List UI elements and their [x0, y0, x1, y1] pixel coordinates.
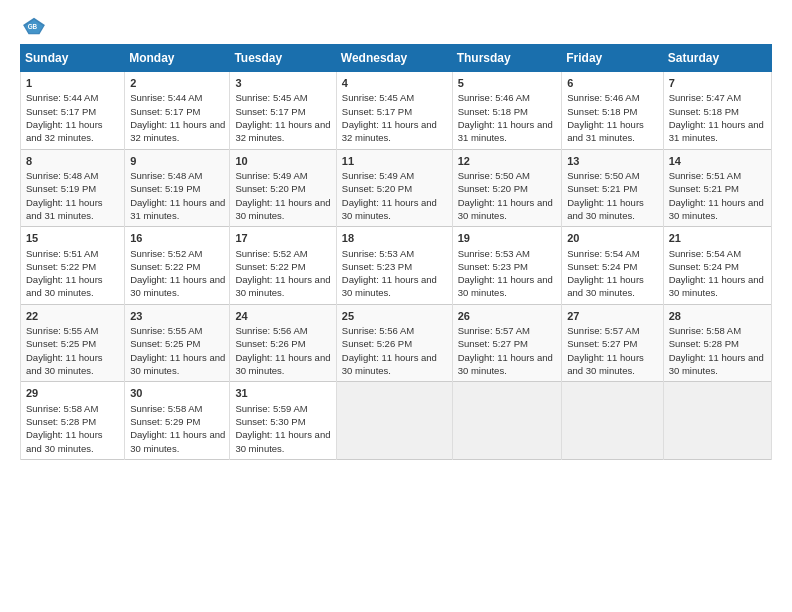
calendar-cell: 3Sunrise: 5:45 AMSunset: 5:17 PMDaylight… — [230, 72, 336, 150]
calendar-cell: 20Sunrise: 5:54 AMSunset: 5:24 PMDayligh… — [562, 227, 663, 305]
day-number: 27 — [567, 309, 658, 324]
calendar-cell: 2Sunrise: 5:44 AMSunset: 5:17 PMDaylight… — [125, 72, 230, 150]
sunset: Sunset: 5:23 PM — [342, 261, 412, 272]
daylight: Daylight: 11 hours and 31 minutes. — [669, 119, 764, 143]
header-cell-wednesday: Wednesday — [336, 45, 452, 72]
daylight: Daylight: 11 hours and 31 minutes. — [458, 119, 553, 143]
daylight: Daylight: 11 hours and 30 minutes. — [342, 352, 437, 376]
calendar-cell: 27Sunrise: 5:57 AMSunset: 5:27 PMDayligh… — [562, 304, 663, 382]
sunset: Sunset: 5:25 PM — [26, 338, 96, 349]
sunrise: Sunrise: 5:49 AM — [235, 170, 307, 181]
sunrise: Sunrise: 5:47 AM — [669, 92, 741, 103]
header-cell-friday: Friday — [562, 45, 663, 72]
daylight: Daylight: 11 hours and 30 minutes. — [130, 352, 225, 376]
day-number: 5 — [458, 76, 558, 91]
sunset: Sunset: 5:17 PM — [26, 106, 96, 117]
sunset: Sunset: 5:23 PM — [458, 261, 528, 272]
calendar-cell: 4Sunrise: 5:45 AMSunset: 5:17 PMDaylight… — [336, 72, 452, 150]
daylight: Daylight: 11 hours and 30 minutes. — [458, 352, 553, 376]
calendar-cell — [663, 382, 771, 460]
sunset: Sunset: 5:22 PM — [26, 261, 96, 272]
sunset: Sunset: 5:28 PM — [26, 416, 96, 427]
calendar-cell: 1Sunrise: 5:44 AMSunset: 5:17 PMDaylight… — [21, 72, 125, 150]
week-row-3: 15Sunrise: 5:51 AMSunset: 5:22 PMDayligh… — [21, 227, 772, 305]
calendar-table: SundayMondayTuesdayWednesdayThursdayFrid… — [20, 44, 772, 460]
daylight: Daylight: 11 hours and 30 minutes. — [235, 429, 330, 453]
sunrise: Sunrise: 5:51 AM — [26, 248, 98, 259]
sunset: Sunset: 5:20 PM — [235, 183, 305, 194]
header-row: SundayMondayTuesdayWednesdayThursdayFrid… — [21, 45, 772, 72]
day-number: 11 — [342, 154, 448, 169]
day-number: 8 — [26, 154, 120, 169]
day-number: 31 — [235, 386, 331, 401]
daylight: Daylight: 11 hours and 30 minutes. — [26, 274, 103, 298]
daylight: Daylight: 11 hours and 32 minutes. — [342, 119, 437, 143]
daylight: Daylight: 11 hours and 30 minutes. — [342, 274, 437, 298]
day-number: 4 — [342, 76, 448, 91]
week-row-4: 22Sunrise: 5:55 AMSunset: 5:25 PMDayligh… — [21, 304, 772, 382]
header-cell-sunday: Sunday — [21, 45, 125, 72]
sunset: Sunset: 5:22 PM — [235, 261, 305, 272]
sunrise: Sunrise: 5:45 AM — [235, 92, 307, 103]
day-number: 21 — [669, 231, 767, 246]
daylight: Daylight: 11 hours and 32 minutes. — [130, 119, 225, 143]
daylight: Daylight: 11 hours and 30 minutes. — [342, 197, 437, 221]
sunset: Sunset: 5:19 PM — [130, 183, 200, 194]
sunrise: Sunrise: 5:44 AM — [26, 92, 98, 103]
sunrise: Sunrise: 5:56 AM — [342, 325, 414, 336]
sunset: Sunset: 5:20 PM — [458, 183, 528, 194]
daylight: Daylight: 11 hours and 31 minutes. — [130, 197, 225, 221]
sunset: Sunset: 5:17 PM — [130, 106, 200, 117]
calendar-cell — [452, 382, 562, 460]
calendar-cell: 24Sunrise: 5:56 AMSunset: 5:26 PMDayligh… — [230, 304, 336, 382]
sunrise: Sunrise: 5:57 AM — [458, 325, 530, 336]
sunrise: Sunrise: 5:50 AM — [567, 170, 639, 181]
calendar-cell: 29Sunrise: 5:58 AMSunset: 5:28 PMDayligh… — [21, 382, 125, 460]
sunset: Sunset: 5:24 PM — [669, 261, 739, 272]
daylight: Daylight: 11 hours and 30 minutes. — [669, 197, 764, 221]
calendar-cell: 8Sunrise: 5:48 AMSunset: 5:19 PMDaylight… — [21, 149, 125, 227]
calendar-cell: 25Sunrise: 5:56 AMSunset: 5:26 PMDayligh… — [336, 304, 452, 382]
sunrise: Sunrise: 5:46 AM — [567, 92, 639, 103]
header-cell-thursday: Thursday — [452, 45, 562, 72]
daylight: Daylight: 11 hours and 30 minutes. — [26, 352, 103, 376]
daylight: Daylight: 11 hours and 30 minutes. — [567, 352, 644, 376]
sunset: Sunset: 5:27 PM — [458, 338, 528, 349]
sunset: Sunset: 5:28 PM — [669, 338, 739, 349]
daylight: Daylight: 11 hours and 31 minutes. — [26, 197, 103, 221]
sunrise: Sunrise: 5:52 AM — [130, 248, 202, 259]
sunrise: Sunrise: 5:58 AM — [26, 403, 98, 414]
sunset: Sunset: 5:29 PM — [130, 416, 200, 427]
sunrise: Sunrise: 5:55 AM — [130, 325, 202, 336]
calendar-cell: 11Sunrise: 5:49 AMSunset: 5:20 PMDayligh… — [336, 149, 452, 227]
calendar-cell: 23Sunrise: 5:55 AMSunset: 5:25 PMDayligh… — [125, 304, 230, 382]
daylight: Daylight: 11 hours and 32 minutes. — [235, 119, 330, 143]
sunrise: Sunrise: 5:54 AM — [669, 248, 741, 259]
svg-text:GB: GB — [28, 23, 38, 30]
day-number: 30 — [130, 386, 225, 401]
calendar-cell: 14Sunrise: 5:51 AMSunset: 5:21 PMDayligh… — [663, 149, 771, 227]
day-number: 20 — [567, 231, 658, 246]
daylight: Daylight: 11 hours and 30 minutes. — [458, 197, 553, 221]
sunrise: Sunrise: 5:59 AM — [235, 403, 307, 414]
calendar-cell: 12Sunrise: 5:50 AMSunset: 5:20 PMDayligh… — [452, 149, 562, 227]
daylight: Daylight: 11 hours and 30 minutes. — [130, 274, 225, 298]
sunrise: Sunrise: 5:50 AM — [458, 170, 530, 181]
sunset: Sunset: 5:24 PM — [567, 261, 637, 272]
day-number: 29 — [26, 386, 120, 401]
day-number: 12 — [458, 154, 558, 169]
daylight: Daylight: 11 hours and 30 minutes. — [235, 274, 330, 298]
calendar-cell: 13Sunrise: 5:50 AMSunset: 5:21 PMDayligh… — [562, 149, 663, 227]
calendar-cell: 16Sunrise: 5:52 AMSunset: 5:22 PMDayligh… — [125, 227, 230, 305]
sunset: Sunset: 5:26 PM — [342, 338, 412, 349]
sunset: Sunset: 5:21 PM — [669, 183, 739, 194]
week-row-2: 8Sunrise: 5:48 AMSunset: 5:19 PMDaylight… — [21, 149, 772, 227]
calendar-cell: 22Sunrise: 5:55 AMSunset: 5:25 PMDayligh… — [21, 304, 125, 382]
header-cell-saturday: Saturday — [663, 45, 771, 72]
day-number: 1 — [26, 76, 120, 91]
day-number: 23 — [130, 309, 225, 324]
day-number: 13 — [567, 154, 658, 169]
day-number: 18 — [342, 231, 448, 246]
calendar-cell — [562, 382, 663, 460]
calendar-cell: 19Sunrise: 5:53 AMSunset: 5:23 PMDayligh… — [452, 227, 562, 305]
